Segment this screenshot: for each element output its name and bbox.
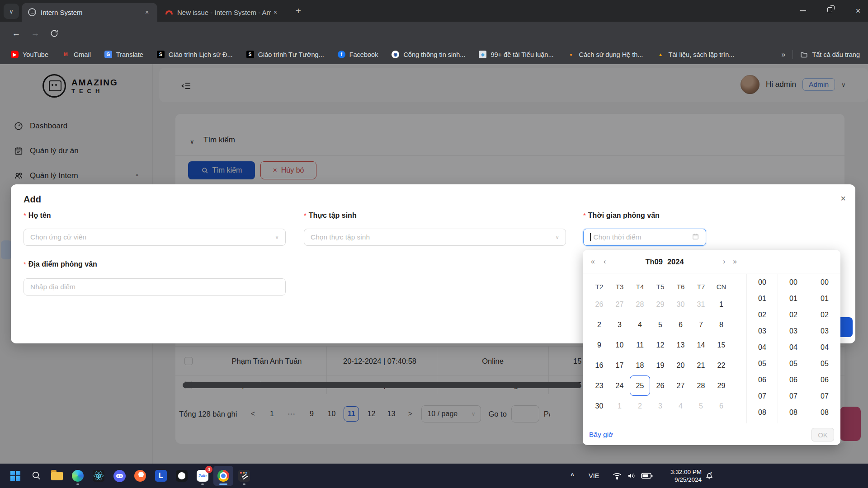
day-cell[interactable]: 22 [711,355,731,375]
minute-cell[interactable]: 00 [778,274,809,291]
reload-button[interactable] [48,27,61,40]
day-cell[interactable]: 1 [609,396,630,416]
day-cell[interactable]: 17 [609,355,630,375]
day-cell[interactable]: 8 [711,314,731,335]
minute-cell[interactable]: 05 [778,356,809,372]
day-cell[interactable]: 30 [670,294,691,314]
second-cell[interactable]: 00 [809,274,840,291]
bookmark-item[interactable]: f Facebook [338,51,378,58]
day-cell[interactable]: 3 [650,396,670,416]
file-explorer-button[interactable] [47,466,67,486]
start-button[interactable] [5,466,25,486]
day-cell[interactable]: 6 [711,396,731,416]
day-cell[interactable]: 25 [630,375,650,396]
second-cell[interactable]: 03 [809,323,840,339]
month-year-title[interactable]: Th09 2024 [583,250,746,273]
bookmark-item[interactable]: ● Cách sử dụng Hệ th... [567,51,643,58]
discord-button[interactable] [109,466,129,486]
close-icon[interactable]: × [143,8,151,16]
day-cell[interactable]: 20 [670,355,691,375]
second-cell[interactable]: 05 [809,356,840,372]
day-cell[interactable]: 9 [589,335,609,355]
tab-new-issue[interactable]: New issue - Intern System - Am × [159,3,286,22]
bookmark-item[interactable]: ▶ YouTube [11,51,48,58]
bookmark-item[interactable]: ◆ 99+ đề tài Tiểu luận... [479,51,553,58]
day-cell[interactable]: 12 [650,335,670,355]
day-cell[interactable]: 5 [650,314,670,335]
minute-cell[interactable]: 08 [778,404,809,421]
day-cell[interactable]: 2 [630,396,650,416]
intern-select[interactable]: Chọn thực tập sinh ∨ [304,229,566,246]
day-cell[interactable]: 2 [589,314,609,335]
minute-cell[interactable]: 07 [778,388,809,404]
hour-cell[interactable]: 07 [747,388,778,404]
next-month-icon[interactable]: › [723,250,725,273]
day-cell[interactable]: 21 [691,355,711,375]
zalo-button[interactable]: Zalo 4 [193,466,212,486]
volume-icon[interactable] [627,471,637,483]
edge-button[interactable] [68,466,88,486]
bookmark-item[interactable]: S Giáo trình Tư Tưởng... [246,51,324,58]
snipping-tool-button[interactable] [234,466,254,486]
battery-icon[interactable] [641,473,653,481]
forward-button[interactable]: → [29,27,42,40]
day-cell[interactable]: 24 [609,375,630,396]
day-cell[interactable]: 4 [670,396,691,416]
day-cell[interactable]: 29 [711,375,731,396]
candidate-select[interactable]: Chọn ứng cử viên ∨ [24,229,286,246]
minute-cell[interactable]: 03 [778,323,809,339]
close-icon[interactable]: × [271,8,279,16]
window-close-button[interactable]: × [852,5,864,17]
second-cell[interactable]: 01 [809,291,840,307]
second-cell[interactable]: 02 [809,307,840,323]
hour-cell[interactable]: 00 [747,274,778,291]
github-button[interactable] [172,466,192,486]
day-cell[interactable]: 10 [609,335,630,355]
day-cell[interactable]: 27 [670,375,691,396]
day-cell[interactable]: 14 [691,335,711,355]
bookmarks-overflow-icon[interactable]: » [782,51,786,59]
day-cell[interactable]: 29 [650,294,670,314]
clock[interactable]: 3:32:00 PM 9/25/2024 [656,468,702,483]
day-cell[interactable]: 28 [630,294,650,314]
chrome-button[interactable] [213,466,233,486]
day-cell[interactable]: 11 [630,335,650,355]
bookmark-item[interactable]: M Gmail [62,51,91,58]
react-app-button[interactable] [89,466,108,486]
day-cell[interactable]: 28 [691,375,711,396]
location-input[interactable]: Nhập địa điểm [24,278,286,296]
taskbar-search-button[interactable] [26,466,46,486]
hour-cell[interactable]: 01 [747,291,778,307]
now-link[interactable]: Bây giờ [589,431,613,439]
language-indicator[interactable]: VIE [589,472,599,479]
day-cell[interactable]: 6 [670,314,691,335]
bookmark-item[interactable]: S Giáo trình Lịch sử Đ... [157,51,233,58]
day-cell[interactable]: 13 [670,335,691,355]
day-cell[interactable]: 19 [650,355,670,375]
day-cell[interactable]: 26 [589,294,609,314]
minute-cell[interactable]: 04 [778,339,809,356]
tray-chevron-up-icon[interactable]: ^ [571,472,574,479]
day-cell[interactable]: 1 [711,294,731,314]
hour-cell[interactable]: 05 [747,356,778,372]
window-minimize-button[interactable] [800,10,806,11]
tab-search-button[interactable]: ∨ [4,4,19,19]
hour-cell[interactable]: 08 [747,404,778,421]
day-cell[interactable]: 30 [589,396,609,416]
bookmark-item[interactable]: ◉ Cổng thông tin sinh... [392,51,465,58]
window-restore-button[interactable] [827,7,832,12]
year-label[interactable]: 2024 [667,258,684,266]
day-cell[interactable]: 4 [630,314,650,335]
new-tab-button[interactable]: + [292,5,305,17]
interview-time-input[interactable]: Chọn thời điểm [583,229,706,246]
second-cell[interactable]: 08 [809,404,840,421]
bookmark-item[interactable]: ▲ Tài liệu, sách lập trìn... [656,51,734,58]
day-cell[interactable]: 23 [589,375,609,396]
postman-button[interactable] [130,466,150,486]
minute-cell[interactable]: 06 [778,372,809,388]
hour-cell[interactable]: 06 [747,372,778,388]
notification-bell-icon[interactable]: z [704,470,714,482]
day-cell[interactable]: 5 [691,396,711,416]
day-cell[interactable]: 31 [691,294,711,314]
day-cell[interactable]: 7 [691,314,711,335]
